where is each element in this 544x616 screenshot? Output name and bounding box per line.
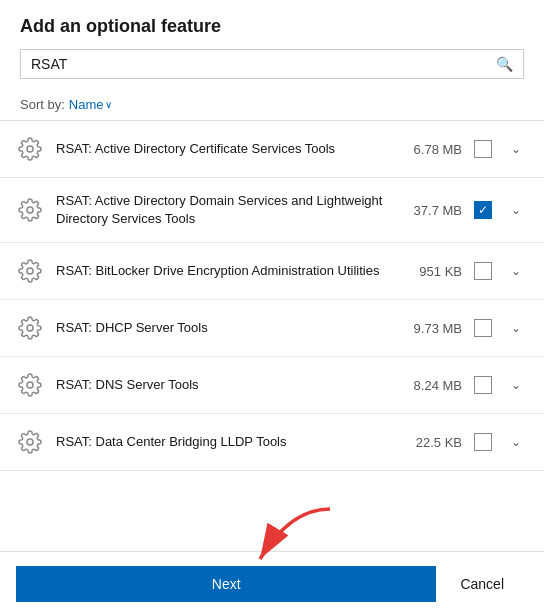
list-item: RSAT: BitLocker Drive Encryption Adminis…	[0, 243, 544, 300]
item-icon-1	[16, 135, 44, 163]
item-expand-4[interactable]: ⌄	[504, 316, 528, 340]
svg-point-0	[27, 146, 33, 152]
svg-point-5	[27, 439, 33, 445]
item-icon-2	[16, 196, 44, 224]
item-name-4: RSAT: DHCP Server Tools	[56, 319, 395, 337]
dialog-header: Add an optional feature 🔍	[0, 0, 544, 89]
item-icon-4	[16, 314, 44, 342]
footer-area: Next Cancel	[0, 551, 544, 616]
feature-icon	[18, 430, 42, 454]
item-expand-6[interactable]: ⌄	[504, 430, 528, 454]
item-size-2: 37.7 MB	[407, 203, 462, 218]
item-icon-3	[16, 257, 44, 285]
item-checkbox-2[interactable]	[474, 201, 492, 219]
item-name-3: RSAT: BitLocker Drive Encryption Adminis…	[56, 262, 395, 280]
sort-value-button[interactable]: Name ∨	[69, 97, 113, 112]
list-item: RSAT: Active Directory Certificate Servi…	[0, 121, 544, 178]
item-name-2: RSAT: Active Directory Domain Services a…	[56, 192, 395, 228]
sort-bar: Sort by: Name ∨	[0, 89, 544, 120]
item-icon-5	[16, 371, 44, 399]
sort-label: Sort by:	[20, 97, 65, 112]
feature-list: RSAT: Active Directory Certificate Servi…	[0, 120, 544, 551]
dialog-title: Add an optional feature	[20, 16, 524, 37]
item-size-1: 6.78 MB	[407, 142, 462, 157]
search-box: 🔍	[20, 49, 524, 79]
item-size-4: 9.73 MB	[407, 321, 462, 336]
item-name-1: RSAT: Active Directory Certificate Servi…	[56, 140, 395, 158]
item-checkbox-4[interactable]	[474, 319, 492, 337]
item-expand-3[interactable]: ⌄	[504, 259, 528, 283]
sort-value-text: Name	[69, 97, 104, 112]
search-icon: 🔍	[496, 56, 513, 72]
feature-icon	[18, 259, 42, 283]
item-name-5: RSAT: DNS Server Tools	[56, 376, 395, 394]
item-checkbox-5[interactable]	[474, 376, 492, 394]
cancel-button[interactable]: Cancel	[436, 566, 528, 602]
item-name-6: RSAT: Data Center Bridging LLDP Tools	[56, 433, 395, 451]
list-item: RSAT: DHCP Server Tools 9.73 MB ⌄	[0, 300, 544, 357]
item-size-6: 22.5 KB	[407, 435, 462, 450]
sort-chevron-icon: ∨	[105, 99, 112, 110]
item-checkbox-1[interactable]	[474, 140, 492, 158]
feature-icon	[18, 316, 42, 340]
svg-point-4	[27, 382, 33, 388]
feature-icon	[18, 198, 42, 222]
item-checkbox-6[interactable]	[474, 433, 492, 451]
feature-icon	[18, 373, 42, 397]
item-size-3: 951 KB	[407, 264, 462, 279]
next-button[interactable]: Next	[16, 566, 436, 602]
svg-point-1	[27, 207, 33, 213]
item-expand-5[interactable]: ⌄	[504, 373, 528, 397]
item-checkbox-3[interactable]	[474, 262, 492, 280]
list-item: RSAT: DNS Server Tools 8.24 MB ⌄	[0, 357, 544, 414]
dialog-footer: Next Cancel	[0, 551, 544, 616]
svg-point-2	[27, 268, 33, 274]
search-input[interactable]	[31, 56, 490, 72]
item-size-5: 8.24 MB	[407, 378, 462, 393]
item-icon-6	[16, 428, 44, 456]
list-item: RSAT: Active Directory Domain Services a…	[0, 178, 544, 243]
list-item: RSAT: Data Center Bridging LLDP Tools 22…	[0, 414, 544, 471]
item-expand-2[interactable]: ⌄	[504, 198, 528, 222]
item-expand-1[interactable]: ⌄	[504, 137, 528, 161]
feature-icon	[18, 137, 42, 161]
dialog-container: Add an optional feature 🔍 Sort by: Name …	[0, 0, 544, 616]
svg-point-3	[27, 325, 33, 331]
